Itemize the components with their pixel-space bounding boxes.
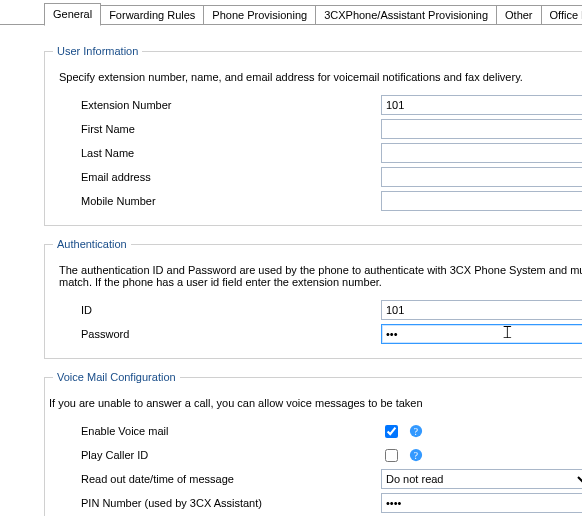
group-authentication-legend: Authentication — [53, 238, 131, 250]
label-play-caller-id: Play Caller ID — [81, 449, 381, 461]
input-auth-password[interactable] — [381, 324, 582, 344]
input-email-address[interactable] — [381, 167, 582, 187]
auth-description: The authentication ID and Password are u… — [59, 264, 582, 288]
input-last-name[interactable] — [381, 143, 582, 163]
checkbox-play-caller-id[interactable] — [385, 449, 398, 462]
checkbox-enable-voicemail[interactable] — [385, 425, 398, 438]
input-first-name[interactable] — [381, 119, 582, 139]
label-mobile-number: Mobile Number — [81, 195, 381, 207]
label-last-name: Last Name — [81, 147, 381, 159]
svg-text:?: ? — [414, 450, 418, 461]
group-voicemail-configuration: Voice Mail Configuration If you are unab… — [44, 371, 582, 516]
input-mobile-number[interactable] — [381, 191, 582, 211]
group-authentication: Authentication The authentication ID and… — [44, 238, 582, 359]
label-readout-datetime: Read out date/time of message — [81, 473, 381, 485]
input-pin-number[interactable] — [381, 493, 582, 513]
voicemail-description: If you are unable to answer a call, you … — [49, 397, 582, 409]
label-auth-password: Password — [81, 328, 381, 340]
group-voicemail-legend: Voice Mail Configuration — [53, 371, 180, 383]
select-readout-datetime[interactable]: Do not read — [381, 469, 582, 489]
label-first-name: First Name — [81, 123, 381, 135]
label-extension-number: Extension Number — [81, 99, 381, 111]
tab-assistant-provisioning[interactable]: 3CXPhone/Assistant Provisioning — [315, 5, 497, 25]
svg-text:?: ? — [414, 426, 418, 437]
label-email-address: Email address — [81, 171, 381, 183]
tab-office-hours[interactable]: Office Hours — [541, 5, 582, 25]
group-user-information: User Information Specify extension numbe… — [44, 45, 582, 226]
tab-other[interactable]: Other — [496, 5, 542, 25]
help-icon[interactable]: ? — [409, 424, 423, 438]
tab-strip: General Forwarding Rules Phone Provision… — [44, 4, 582, 25]
tab-phone-provisioning[interactable]: Phone Provisioning — [203, 5, 316, 25]
tab-general[interactable]: General — [44, 3, 101, 26]
label-pin-number: PIN Number (used by 3CX Assistant) — [81, 497, 381, 509]
input-auth-id[interactable] — [381, 300, 582, 320]
input-extension-number[interactable] — [381, 95, 582, 115]
help-icon[interactable]: ? — [409, 448, 423, 462]
user-info-description: Specify extension number, name, and emai… — [59, 71, 582, 83]
label-enable-voicemail: Enable Voice mail — [81, 425, 381, 437]
tab-forwarding-rules[interactable]: Forwarding Rules — [100, 5, 204, 25]
label-auth-id: ID — [81, 304, 381, 316]
group-user-information-legend: User Information — [53, 45, 142, 57]
